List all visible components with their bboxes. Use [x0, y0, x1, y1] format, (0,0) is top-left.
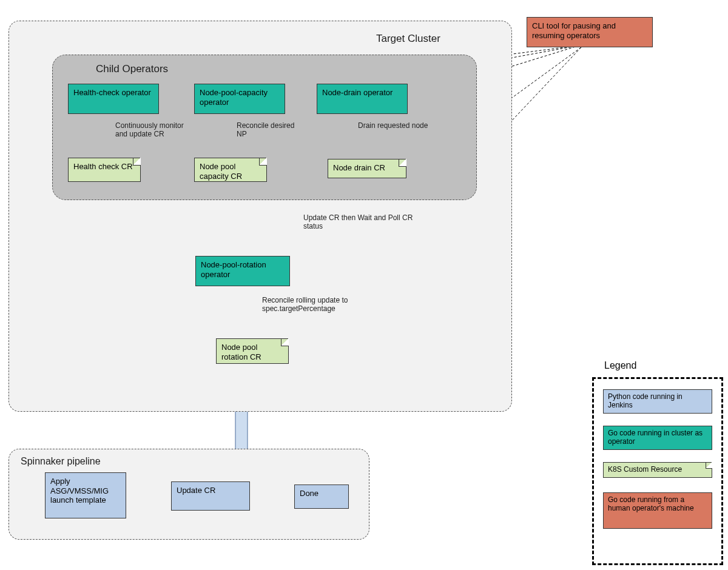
label-update-poll: Update CR then Wait and Poll CR status: [303, 213, 425, 231]
spinnaker-step-update-cr: Update CR: [171, 481, 250, 511]
node-pool-capacity-operator: Node-pool-capacity operator: [194, 84, 285, 114]
label-reconcile-rolling: Reconcile rolling update to spec.targetP…: [262, 296, 371, 314]
cli-tool-box: CLI tool for pausing and resuming operat…: [527, 17, 653, 47]
target-cluster-title: Target Cluster: [376, 33, 440, 45]
label-monitor-update: Continuously monitor and update CR: [115, 121, 194, 139]
child-operators-title: Child Operators: [96, 63, 168, 75]
label-drain-node: Drain requested node: [358, 121, 431, 130]
legend-k8s-cr: K8S Custom Resource: [603, 462, 712, 478]
node-pool-rotation-operator: Node-pool-rotation operator: [195, 256, 290, 286]
spinnaker-step-apply: Apply ASG/VMSS/MIG launch template: [45, 472, 126, 518]
legend-go-operator: Go code running in cluster as operator: [603, 426, 712, 450]
health-check-operator: Health-check operator: [68, 84, 159, 114]
node-pool-capacity-cr: Node pool capacity CR: [194, 158, 267, 182]
legend-title: Legend: [604, 360, 636, 371]
spinnaker-title: Spinnaker pipeline: [21, 456, 101, 467]
legend-go-human: Go code running from a human operator's …: [603, 492, 712, 529]
spinnaker-step-done: Done: [294, 485, 349, 509]
node-drain-cr: Node drain CR: [328, 159, 406, 178]
legend-python: Python code running in Jenkins: [603, 389, 712, 414]
node-drain-operator: Node-drain operator: [317, 84, 408, 114]
label-reconcile-np: Reconcile desired NP: [237, 121, 303, 139]
health-check-cr: Health check CR: [68, 158, 141, 182]
node-pool-rotation-cr: Node pool rotation CR: [216, 338, 289, 364]
